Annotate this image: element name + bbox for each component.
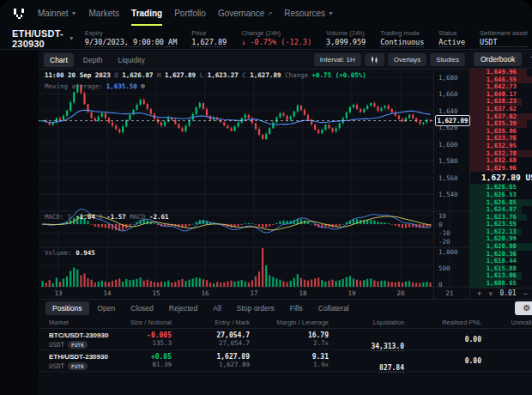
macd-axis-label: 0 [438,221,443,228]
tab-chart[interactable]: Chart [44,53,74,67]
tab-all[interactable]: All [206,301,227,315]
market-cell: BTC/USDT-230930 USDT FUTR [49,331,108,349]
price-axis-label: 1,640 [438,107,458,115]
product-type-badge: FUTR [68,341,87,349]
nav-item-governance[interactable]: Governance ↗ [218,0,272,27]
market-pair-selector[interactable]: ETH/USDT-230930 ▼ [12,28,75,49]
price-axis-label: 1,680 [438,74,458,82]
external-link-icon: ↗ [267,0,272,27]
market-stat: Settlement assetUSDT [480,29,528,47]
position-cell: -0.005135.3 [147,331,172,347]
ohlc-low: 1,623.27 [208,71,239,79]
left-gutter [0,51,39,395]
chart-toolbar: Chart Depth Liquidity Interval: 1H Overl… [39,51,470,70]
positions-table-body: BTC/USDT-230930 USDT FUTR-0.005135.327,0… [39,329,532,372]
trading-app-window: Mainnet ▼ Markets Trading Portfolio Gove… [0,0,532,395]
nav-item-markets[interactable]: Markets [89,0,120,27]
nav-item-portfolio[interactable]: Portfolio [174,0,206,27]
market-stat-value: Active [438,38,465,47]
positions-tabs: PositionsOpenClosedRejectedAllStop order… [39,300,532,317]
candlestick-chart[interactable] [39,70,470,299]
chevron-down-icon: ▼ [69,35,75,41]
orderbook-row[interactable]: 1,629.96 [470,165,532,173]
nav-label: Portfolio [174,0,206,27]
chart-type-button[interactable] [365,53,384,66]
position-row[interactable]: ETH/USDT-230930 USDT FUTR+0.0581.391,627… [39,350,532,372]
orderbook-row[interactable]: 1,608.65 [470,280,532,288]
positions-table-header: MarketSize / NotionalEntry / MarkMargin … [39,317,532,329]
macd-legend: MACD: S -1.04 D -1.57 MACD -2.61 [45,213,169,221]
tab-orderbook[interactable]: Orderbook [474,52,522,66]
market-stat: Price1,627.89 [191,29,227,47]
product-type-badge: FUTR [68,362,87,370]
nav-item-mainnet[interactable]: Mainnet ▼ [38,0,77,27]
market-stat: Volume (24h)3,099.959 [326,29,366,47]
price-axis[interactable]: 1,6801,6601,6401,6201,6001,5801,5601,540… [433,70,470,299]
chevron-down-icon: ▼ [71,0,77,27]
market-stat: StatusActive [438,29,465,47]
ohlc-high: 1,627.89 [165,71,196,79]
market-stat-label: Settlement asset [480,29,528,37]
market-cell: ETH/USDT-230930 USDT FUTR [49,353,108,370]
nav-label: Mainnet [38,0,69,27]
tab-open[interactable]: Open [91,301,123,315]
position-cell: 27,054.727,054.7 [216,331,250,347]
remove-overlay-icon[interactable]: ⊗ [141,82,145,90]
chevron-down-icon: ▼ [328,0,334,27]
nav-item-resources[interactable]: Resources ▼ [284,0,334,27]
tab-depth[interactable]: Depth [77,53,109,67]
time-axis-label: 13 [54,289,62,297]
macd-axis-label: -20 [438,238,450,246]
position-row[interactable]: BTC/USDT-230930 USDT FUTR-0.005135.327,0… [39,329,532,350]
position-cell: 827.84 [379,357,404,374]
market-stat-label: Price [191,29,227,37]
tab-trades[interactable]: Trades [523,52,532,66]
chevron-down-icon[interactable]: ∨ [488,290,493,297]
time-axis-label: 15 [152,289,160,297]
interval-button[interactable]: Interval: 1H [314,53,361,66]
tab-liquidity[interactable]: Liquidity [112,53,150,67]
market-stat-value: USDT [480,38,528,47]
price-axis-label: 1,660 [438,90,458,98]
moving-average-value: 1,635.50 [106,82,137,90]
ohlc-legend: 11:00 20 Sep 2023 O 1,626.87 H 1,627.89 … [45,71,366,79]
market-stat-label: Status [438,29,465,37]
top-nav: Mainnet ▼ Markets Trading Portfolio Gove… [0,0,532,27]
market-stat: Expiry9/30/2023, 9:00:00 AM [85,29,177,47]
market-stats: Expiry9/30/2023, 9:00:00 AMPrice1,627.89… [85,29,532,47]
nav-label: Markets [89,0,120,27]
volume-legend: Volume: 0.945 [45,249,95,257]
orderbook-price: 1,629.96 [487,165,517,173]
time-axis[interactable]: 131415161718192021 [39,287,470,299]
macd-axis-label: -10 [438,229,450,237]
market-stat-value: 1,627.89 [191,38,227,47]
tab-collateral[interactable]: Collateral [311,301,356,315]
tab-fills[interactable]: Fills [283,301,310,315]
time-axis-label: 21 [445,289,453,297]
tab-rejected[interactable]: Rejected [162,301,205,315]
nav-item-trading[interactable]: Trading [131,0,162,27]
market-header-bar: ETH/USDT-230930 ▼ Expiry9/30/2023, 9:00:… [0,27,532,50]
volume-axis-label: 1,000 [438,248,458,256]
tab-stop-orders[interactable]: Stop orders [230,301,281,315]
tab-closed[interactable]: Closed [124,301,160,315]
column-header: Size / Notional [130,319,172,326]
resolution-decrease-button[interactable]: − [523,289,528,298]
orderbook-asks: 1,649.961,646.551,642.731,640.171,638.23… [470,69,532,172]
chart-area: 11:00 20 Sep 2023 O 1,626.87 H 1,627.89 … [39,70,470,299]
price-axis-label: 1,580 [438,157,458,165]
market-stat-label: Expiry [85,29,177,37]
nav-label: Trading [131,0,162,27]
orderbook-footer: + ∨ 0.01 − [470,288,532,299]
resolution-increase-button[interactable]: + [477,289,481,298]
vega-logo[interactable] [12,7,26,21]
time-axis-label: 17 [250,289,257,297]
chart-panel: Chart Depth Liquidity Interval: 1H Overl… [39,51,470,299]
market-stat-value: Continuous [380,38,424,47]
tab-positions[interactable]: Positions [45,301,89,315]
table-settings-button[interactable]: ⚙ [515,301,532,315]
settlement-asset-label: USDT [49,362,64,370]
overlays-button[interactable]: Overlays [388,53,427,66]
studies-button[interactable]: Studies [430,53,465,66]
orderbook-tabs: Orderbook Trades [470,51,532,69]
